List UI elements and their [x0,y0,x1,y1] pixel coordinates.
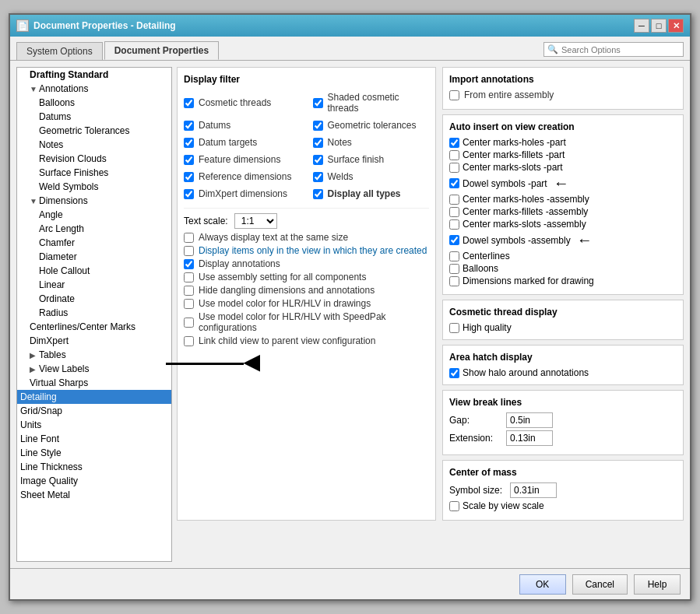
tree-item-hole-callout[interactable]: Hole Callout [17,264,171,278]
cb-always-display-text[interactable] [184,233,194,243]
cb-datums[interactable] [184,121,194,131]
tree-item-sheet-metal[interactable]: Sheet Metal [17,488,171,502]
tab-document-properties[interactable]: Document Properties [104,41,219,60]
cb-scale-by-view[interactable] [449,501,459,511]
tree-item-revision-clouds[interactable]: Revision Clouds [17,152,171,166]
cb-centerlines[interactable] [449,251,459,261]
cb-high-quality[interactable] [449,323,459,333]
tree-item-image-quality[interactable]: Image Quality [17,474,171,488]
tree-item-notes[interactable]: Notes [17,138,171,152]
tree-item-line-style[interactable]: Line Style [17,446,171,460]
cb-center-marks-slots-part[interactable] [449,163,459,173]
maximize-button[interactable]: □ [651,19,667,33]
extension-input[interactable] [506,430,553,446]
tree-item-tables[interactable]: ▶ Tables [17,348,171,362]
tree-item-angle[interactable]: Angle [17,208,171,222]
cb-feature-dimensions[interactable] [184,155,194,165]
gap-input[interactable] [506,412,553,428]
cb-center-marks-slots-assembly[interactable] [449,219,459,230]
ok-button[interactable]: OK [519,574,566,595]
arrow-dowel-assembly: ← [577,231,593,249]
label-use-assembly-setting: Use assembly setting for all components [199,272,366,282]
cb-dimxpert-dimensions[interactable] [184,189,194,199]
cb-dimensions-marked[interactable] [449,276,459,286]
tree-item-line-thickness[interactable]: Line Thickness [17,460,171,474]
cb-from-entire-assembly[interactable] [449,90,459,100]
close-button[interactable]: ✕ [668,19,684,33]
tree-item-ordinate[interactable]: Ordinate [17,292,171,306]
cb-balloons[interactable] [449,264,459,274]
auto-row-7-dowel-assembly: Dowel symbols -assembly ← [449,231,677,249]
tree-item-view-labels[interactable]: ▶ View Labels [17,362,171,376]
cb-shaded-cosmetic[interactable] [313,98,323,108]
symbol-size-label: Symbol size: [449,485,504,496]
cb-cosmetic-threads[interactable] [184,98,194,108]
cb-center-marks-holes-assembly[interactable] [449,195,459,205]
tree-item-datums[interactable]: Datums [17,110,171,124]
cb-use-model-color-speedpak[interactable] [184,318,194,328]
auto-row-1: Center marks-fillets -part [449,149,677,160]
text-scale-select[interactable]: 1:1 [234,213,277,229]
cb-use-model-color-hlr[interactable] [184,299,194,309]
cb-center-marks-holes-part[interactable] [449,138,459,148]
tree-item-radius[interactable]: Radius [17,306,171,320]
gap-label: Gap: [449,415,500,426]
tree-item-balloons[interactable]: Balloons [17,96,171,110]
cb-display-items-only[interactable] [184,246,194,256]
label-notes: Notes [328,137,352,148]
tree-item-line-font[interactable]: Line Font [17,432,171,446]
label-centerlines: Centerlines [463,251,510,261]
tree-item-geometric-tolerances[interactable]: Geometric Tolerances [17,124,171,138]
tree-item-diameter[interactable]: Diameter [17,250,171,264]
cb-dowel-symbols-assembly[interactable] [449,235,459,245]
cb-center-marks-fillets-assembly[interactable] [449,207,459,217]
minimize-button[interactable]: ─ [634,19,649,33]
tree-item-chamfer[interactable]: Chamfer [17,236,171,250]
tree-item-linear[interactable]: Linear [17,278,171,292]
label-scale-by-view: Scale by view scale [463,500,544,511]
tree-item-units[interactable]: Units [17,418,171,432]
area-hatch-row: Show halo around annotations [449,367,677,378]
cb-dowel-symbols-part[interactable] [449,178,459,188]
view-break-lines-title: View break lines [449,397,677,408]
cb-center-marks-fillets-part[interactable] [449,150,459,160]
cb-reference-dimensions[interactable] [184,172,194,182]
tree-item-centerlines[interactable]: Centerlines/Center Marks [17,320,171,334]
cb-display-annotations[interactable] [184,259,194,269]
cosmetic-thread-section: Cosmetic thread display High quality [442,300,684,340]
auto-row-10: Dimensions marked for drawing [449,275,677,286]
help-button[interactable]: Help [634,574,681,595]
cb-welds[interactable] [313,172,323,182]
cb-notes[interactable] [313,138,323,148]
tree-item-annotations[interactable]: ▼ Annotations [17,82,171,96]
tree-item-detailing[interactable]: Detailing [17,390,171,404]
label-surface-finish: Surface finish [328,154,385,165]
tree-item-drafting-standard[interactable]: Drafting Standard [17,68,171,82]
tree-item-surface-finishes[interactable]: Surface Finishes [17,166,171,180]
tree-item-dimensions[interactable]: ▼ Dimensions [17,194,171,208]
tab-system-options[interactable]: System Options [16,42,103,60]
cb-display-all-types[interactable] [313,189,323,199]
cancel-button[interactable]: Cancel [572,574,628,595]
cb-link-child-view[interactable] [184,336,194,346]
area-hatch-section: Area hatch display Show halo around anno… [442,345,684,385]
cb-geometric-tolerances[interactable] [313,121,323,131]
tree-item-grid-snap[interactable]: Grid/Snap [17,404,171,418]
filter-notes: Notes [313,137,430,148]
cb-surface-finish[interactable] [313,155,323,165]
cb-hide-dangling[interactable] [184,286,194,296]
cb-show-halo[interactable] [449,368,459,378]
search-input[interactable] [561,45,670,54]
tree-item-weld-symbols[interactable]: Weld Symbols [17,180,171,194]
label-use-model-color-speedpak: Use model color for HLR/HLV with SpeedPa… [199,311,429,333]
symbol-size-input[interactable] [510,482,557,498]
tree-item-virtual-sharps[interactable]: Virtual Sharps [17,376,171,390]
expand-icon: ▼ [30,85,37,93]
cb-datum-targets[interactable] [184,138,194,148]
auto-row-4: Center marks-holes -assembly [449,194,677,205]
cb-use-assembly-setting[interactable] [184,272,194,282]
label-welds: Welds [328,171,354,182]
display-filter-title: Display filter [184,74,429,85]
tree-item-dimxpert[interactable]: DimXpert [17,334,171,348]
tree-item-arc-length[interactable]: Arc Length [17,222,171,236]
